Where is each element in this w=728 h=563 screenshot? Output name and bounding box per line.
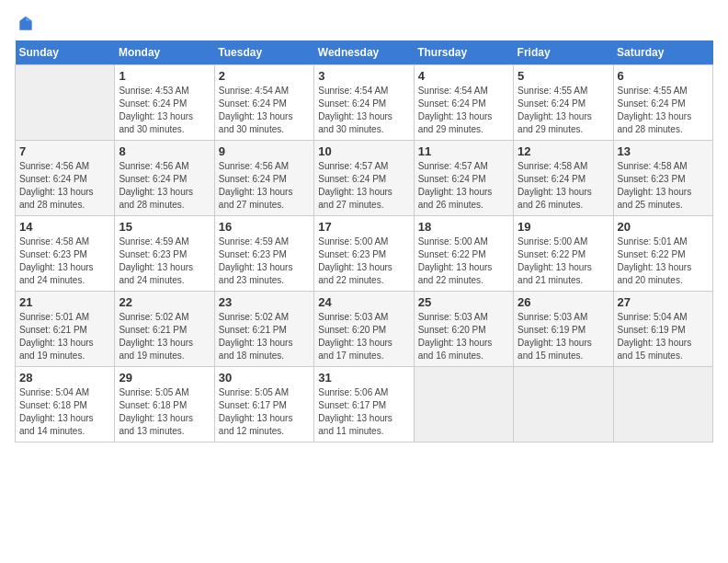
day-number: 25	[418, 295, 509, 309]
calendar-week-row: 21Sunrise: 5:01 AMSunset: 6:21 PMDayligh…	[16, 292, 713, 367]
calendar-day-cell	[514, 367, 613, 442]
day-number: 24	[318, 295, 409, 309]
calendar-day-cell: 6Sunrise: 4:55 AMSunset: 6:24 PMDaylight…	[613, 65, 712, 141]
day-detail: Sunrise: 5:03 AMSunset: 6:20 PMDaylight:…	[318, 311, 409, 362]
calendar-day-cell: 11Sunrise: 4:57 AMSunset: 6:24 PMDayligh…	[414, 141, 513, 216]
calendar-day-cell: 20Sunrise: 5:01 AMSunset: 6:22 PMDayligh…	[613, 216, 712, 292]
day-detail: Sunrise: 5:04 AMSunset: 6:18 PMDaylight:…	[19, 386, 110, 438]
calendar-day-cell: 19Sunrise: 5:00 AMSunset: 6:22 PMDayligh…	[514, 216, 613, 292]
day-detail: Sunrise: 5:03 AMSunset: 6:20 PMDaylight:…	[418, 311, 509, 362]
weekday-header-thursday: Thursday	[414, 40, 513, 65]
calendar-day-cell: 1Sunrise: 4:53 AMSunset: 6:24 PMDaylight…	[115, 65, 214, 141]
day-number: 14	[19, 220, 110, 234]
day-number: 16	[219, 220, 310, 234]
day-detail: Sunrise: 5:00 AMSunset: 6:22 PMDaylight:…	[518, 236, 609, 287]
day-number: 20	[618, 220, 709, 234]
day-detail: Sunrise: 4:53 AMSunset: 6:24 PMDaylight:…	[119, 85, 210, 136]
calendar-day-cell	[414, 367, 513, 442]
calendar-day-cell: 17Sunrise: 5:00 AMSunset: 6:23 PMDayligh…	[314, 216, 414, 292]
calendar-day-cell: 3Sunrise: 4:54 AMSunset: 6:24 PMDaylight…	[314, 65, 414, 141]
day-detail: Sunrise: 5:00 AMSunset: 6:23 PMDaylight:…	[318, 236, 409, 287]
calendar-day-cell: 29Sunrise: 5:05 AMSunset: 6:18 PMDayligh…	[115, 367, 214, 442]
day-number: 29	[119, 371, 210, 385]
day-detail: Sunrise: 5:01 AMSunset: 6:22 PMDaylight:…	[618, 236, 709, 287]
logo	[15, 15, 35, 33]
calendar-week-row: 28Sunrise: 5:04 AMSunset: 6:18 PMDayligh…	[16, 367, 713, 442]
calendar-day-cell: 15Sunrise: 4:59 AMSunset: 6:23 PMDayligh…	[115, 216, 214, 292]
day-number: 23	[219, 295, 310, 309]
day-number: 8	[119, 144, 210, 158]
day-number: 21	[19, 295, 110, 309]
day-detail: Sunrise: 4:59 AMSunset: 6:23 PMDaylight:…	[219, 236, 310, 287]
calendar-day-cell: 9Sunrise: 4:56 AMSunset: 6:24 PMDaylight…	[214, 141, 313, 216]
calendar-day-cell: 4Sunrise: 4:54 AMSunset: 6:24 PMDaylight…	[414, 65, 513, 141]
day-number: 2	[219, 69, 310, 83]
day-number: 30	[219, 371, 310, 385]
calendar-day-cell: 13Sunrise: 4:58 AMSunset: 6:23 PMDayligh…	[613, 141, 712, 216]
logo-icon	[17, 15, 35, 33]
calendar-day-cell: 25Sunrise: 5:03 AMSunset: 6:20 PMDayligh…	[414, 292, 513, 367]
day-number: 5	[518, 69, 609, 83]
day-number: 11	[418, 144, 509, 158]
day-detail: Sunrise: 5:03 AMSunset: 6:19 PMDaylight:…	[518, 311, 609, 362]
calendar-day-cell: 18Sunrise: 5:00 AMSunset: 6:22 PMDayligh…	[414, 216, 513, 292]
day-number: 15	[119, 220, 210, 234]
day-detail: Sunrise: 5:04 AMSunset: 6:19 PMDaylight:…	[618, 311, 709, 362]
day-number: 1	[119, 69, 210, 83]
day-detail: Sunrise: 4:57 AMSunset: 6:24 PMDaylight:…	[318, 160, 409, 212]
calendar-week-row: 7Sunrise: 4:56 AMSunset: 6:24 PMDaylight…	[16, 141, 713, 216]
calendar-day-cell: 31Sunrise: 5:06 AMSunset: 6:17 PMDayligh…	[314, 367, 414, 442]
calendar-day-cell: 2Sunrise: 4:54 AMSunset: 6:24 PMDaylight…	[214, 65, 313, 141]
day-number: 18	[418, 220, 509, 234]
day-detail: Sunrise: 4:59 AMSunset: 6:23 PMDaylight:…	[119, 236, 210, 287]
day-number: 12	[518, 144, 609, 158]
calendar-day-cell: 27Sunrise: 5:04 AMSunset: 6:19 PMDayligh…	[613, 292, 712, 367]
day-detail: Sunrise: 5:00 AMSunset: 6:22 PMDaylight:…	[418, 236, 509, 287]
day-number: 31	[318, 371, 409, 385]
calendar-day-cell: 26Sunrise: 5:03 AMSunset: 6:19 PMDayligh…	[514, 292, 613, 367]
day-detail: Sunrise: 4:58 AMSunset: 6:23 PMDaylight:…	[19, 236, 110, 287]
calendar-day-cell: 24Sunrise: 5:03 AMSunset: 6:20 PMDayligh…	[314, 292, 414, 367]
day-number: 3	[318, 69, 409, 83]
day-detail: Sunrise: 5:05 AMSunset: 6:17 PMDaylight:…	[219, 386, 310, 438]
day-detail: Sunrise: 5:06 AMSunset: 6:17 PMDaylight:…	[318, 386, 409, 438]
calendar-day-cell	[16, 65, 115, 141]
day-number: 10	[318, 144, 409, 158]
day-number: 6	[618, 69, 709, 83]
calendar-day-cell: 10Sunrise: 4:57 AMSunset: 6:24 PMDayligh…	[314, 141, 414, 216]
day-number: 13	[618, 144, 709, 158]
weekday-header-tuesday: Tuesday	[214, 40, 313, 65]
day-detail: Sunrise: 5:02 AMSunset: 6:21 PMDaylight:…	[219, 311, 310, 362]
weekday-header-wednesday: Wednesday	[314, 40, 414, 65]
day-number: 4	[418, 69, 509, 83]
day-detail: Sunrise: 4:54 AMSunset: 6:24 PMDaylight:…	[219, 85, 310, 136]
weekday-header-saturday: Saturday	[613, 40, 712, 65]
day-detail: Sunrise: 4:56 AMSunset: 6:24 PMDaylight:…	[119, 160, 210, 212]
day-detail: Sunrise: 4:56 AMSunset: 6:24 PMDaylight:…	[19, 160, 110, 212]
day-detail: Sunrise: 5:01 AMSunset: 6:21 PMDaylight:…	[19, 311, 110, 362]
day-number: 9	[219, 144, 310, 158]
day-detail: Sunrise: 4:57 AMSunset: 6:24 PMDaylight:…	[418, 160, 509, 212]
day-detail: Sunrise: 4:58 AMSunset: 6:23 PMDaylight:…	[618, 160, 709, 212]
header	[15, 15, 713, 33]
day-detail: Sunrise: 5:02 AMSunset: 6:21 PMDaylight:…	[119, 311, 210, 362]
day-detail: Sunrise: 5:05 AMSunset: 6:18 PMDaylight:…	[119, 386, 210, 438]
day-detail: Sunrise: 4:56 AMSunset: 6:24 PMDaylight:…	[219, 160, 310, 212]
calendar-day-cell: 12Sunrise: 4:58 AMSunset: 6:24 PMDayligh…	[514, 141, 613, 216]
weekday-header-friday: Friday	[514, 40, 613, 65]
calendar-day-cell: 16Sunrise: 4:59 AMSunset: 6:23 PMDayligh…	[214, 216, 313, 292]
day-detail: Sunrise: 4:55 AMSunset: 6:24 PMDaylight:…	[518, 85, 609, 136]
calendar-week-row: 14Sunrise: 4:58 AMSunset: 6:23 PMDayligh…	[16, 216, 713, 292]
day-number: 7	[19, 144, 110, 158]
weekday-header-row: SundayMondayTuesdayWednesdayThursdayFrid…	[16, 40, 713, 65]
day-number: 17	[318, 220, 409, 234]
day-number: 19	[518, 220, 609, 234]
calendar-day-cell: 23Sunrise: 5:02 AMSunset: 6:21 PMDayligh…	[214, 292, 313, 367]
day-number: 26	[518, 295, 609, 309]
calendar-week-row: 1Sunrise: 4:53 AMSunset: 6:24 PMDaylight…	[16, 65, 713, 141]
calendar-day-cell: 21Sunrise: 5:01 AMSunset: 6:21 PMDayligh…	[16, 292, 115, 367]
day-detail: Sunrise: 4:54 AMSunset: 6:24 PMDaylight:…	[318, 85, 409, 136]
day-detail: Sunrise: 4:55 AMSunset: 6:24 PMDaylight:…	[618, 85, 709, 136]
day-detail: Sunrise: 4:58 AMSunset: 6:24 PMDaylight:…	[518, 160, 609, 212]
calendar-table: SundayMondayTuesdayWednesdayThursdayFrid…	[15, 40, 713, 442]
